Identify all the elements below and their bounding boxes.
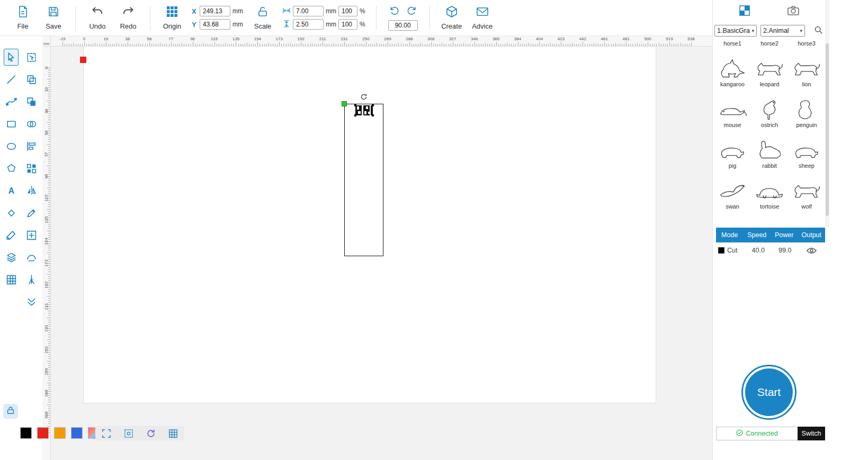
drop-anchor-tool[interactable] [24, 293, 39, 310]
clone-tool[interactable] [24, 93, 39, 110]
selection-anchor-handle[interactable] [342, 101, 347, 106]
scrollbar-thumb[interactable] [826, 43, 829, 216]
width-input[interactable] [293, 6, 324, 16]
align-tool[interactable] [24, 138, 39, 155]
shape-grid-scrollbar[interactable] [825, 0, 829, 228]
y-input[interactable] [200, 19, 230, 30]
color-swatch-blue[interactable] [71, 427, 83, 439]
shape-library-tab[interactable] [737, 4, 752, 19]
position-fields: X mm Y mm [192, 6, 243, 30]
category-dropdown-1[interactable]: 1.BasicGra ▾ [714, 25, 757, 37]
ruler-left-label: 269 [44, 368, 49, 375]
knife-tool[interactable] [4, 227, 19, 243]
rotation-input[interactable] [388, 20, 418, 31]
select-tool[interactable] [4, 49, 19, 66]
process-table-header: ModeSpeedPowerOutput [716, 228, 825, 242]
shape-item-lion[interactable]: lion [788, 49, 825, 90]
object-handle[interactable] [354, 104, 356, 106]
shape-item-tortoise[interactable]: tortoise [751, 172, 788, 212]
ellipse-tool[interactable] [4, 138, 19, 155]
grid-add-tool[interactable] [24, 227, 39, 243]
origin-button[interactable]: Origin [157, 5, 187, 30]
edit-tool[interactable] [24, 204, 39, 221]
ruler-left-label: 173 [44, 259, 49, 266]
x-input[interactable] [200, 6, 230, 16]
color-swatch-black[interactable] [20, 427, 32, 439]
shape-item-sheep[interactable]: sheep [788, 131, 825, 172]
ruler-left-label: 288 [44, 390, 49, 396]
object-handle[interactable] [372, 104, 374, 106]
height-percent-input[interactable] [338, 19, 357, 30]
shape-item-penguin[interactable]: penguin [788, 90, 825, 131]
color-swatch-red[interactable] [37, 427, 49, 439]
ruler-top-label: 384 [514, 37, 521, 41]
selected-barcode-object[interactable] [355, 105, 373, 115]
shape-label: lion [802, 81, 811, 90]
shape-item-swan[interactable]: swan [714, 172, 751, 212]
boolean-tool[interactable] [24, 115, 39, 132]
rectangle-tool[interactable] [4, 115, 19, 132]
rotate-right-icon[interactable] [407, 5, 417, 18]
redo-button[interactable]: Redo [113, 5, 144, 30]
start-button[interactable]: Start [741, 365, 797, 420]
lock-button[interactable] [3, 404, 18, 419]
grid-group-tool[interactable] [24, 160, 39, 177]
grid-tool[interactable] [167, 427, 180, 440]
column-header-mode[interactable]: Mode [716, 231, 744, 239]
column-header-output[interactable]: Output [798, 231, 826, 239]
layer-visibility-toggle[interactable] [799, 247, 826, 254]
shape-item-horse1[interactable]: horse1 [714, 40, 751, 49]
switch-device-button[interactable]: Switch [798, 427, 825, 440]
object-handle[interactable] [354, 114, 356, 116]
process-row[interactable]: Cut40.099.0 [716, 242, 825, 258]
toolbar-divider [150, 6, 150, 30]
camera-tab[interactable] [786, 4, 801, 19]
refresh-tool[interactable] [145, 427, 157, 440]
shape-item-mouse[interactable]: mouse [714, 90, 751, 131]
column-header-power[interactable]: Power [771, 231, 798, 239]
undo-button[interactable]: Undo [82, 5, 113, 30]
shape-item-horse3[interactable]: horse3 [788, 40, 825, 49]
array-tool[interactable] [4, 271, 19, 288]
shape-item-rabbit[interactable]: rabbit [751, 131, 788, 172]
rotate-handle[interactable] [360, 93, 368, 101]
laser-tool[interactable] [24, 271, 39, 288]
ruler-top-label: -19 [59, 37, 66, 41]
duplicate-tool[interactable] [24, 71, 39, 88]
mirror-tool[interactable] [24, 182, 39, 199]
advice-button[interactable]: Advice [467, 5, 498, 30]
curve-tool[interactable] [4, 93, 19, 110]
layers-tool[interactable] [4, 249, 19, 266]
file-button[interactable]: File [7, 5, 38, 30]
color-swatch-orange[interactable] [54, 427, 66, 439]
shape-item-ostrich[interactable]: ostrich [751, 90, 788, 131]
preview-tool[interactable] [122, 427, 135, 440]
create-button[interactable]: Create [436, 5, 467, 30]
rotate-left-icon[interactable] [389, 5, 399, 18]
search-button[interactable] [814, 25, 825, 36]
scale-lock-button[interactable]: Scale [247, 5, 278, 30]
object-handle[interactable] [372, 114, 374, 116]
height-input[interactable] [293, 19, 324, 30]
canvas-viewport[interactable] [51, 47, 712, 460]
layer-mode-label: Cut [727, 247, 737, 254]
shape-item-leopard[interactable]: leopard [751, 49, 788, 90]
eraser-tool[interactable] [4, 204, 19, 221]
text-tool[interactable]: A [4, 182, 19, 199]
width-percent-input[interactable] [338, 6, 357, 16]
weld-tool[interactable] [24, 249, 39, 266]
node-select-tool[interactable] [24, 49, 39, 66]
column-header-speed[interactable]: Speed [744, 231, 771, 239]
line-tool[interactable] [4, 71, 19, 88]
shape-item-wolf[interactable]: wolf [788, 172, 825, 212]
frame-tool[interactable] [100, 427, 113, 440]
layer-mode-cell[interactable]: Cut [716, 247, 745, 254]
shape-item-pig[interactable]: pig [714, 131, 751, 172]
shape-item-horse2[interactable]: horse2 [751, 40, 788, 49]
category-dropdown-2[interactable]: 2.Animal ▾ [760, 25, 805, 37]
shape-item-kangaroo[interactable]: kangaroo [714, 49, 751, 90]
polygon-tool[interactable] [4, 160, 19, 177]
file-icon [16, 5, 29, 20]
selected-rectangle-shape[interactable] [344, 104, 383, 256]
save-button[interactable]: Save [38, 5, 69, 30]
